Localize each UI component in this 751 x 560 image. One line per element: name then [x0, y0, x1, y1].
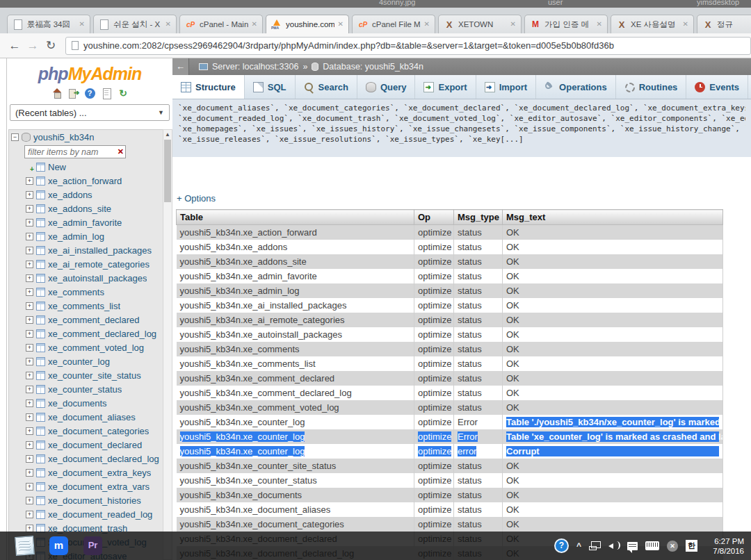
tree-item[interactable]: + xe_counter_status ✕ — [9, 382, 163, 396]
column-header-op[interactable]: Op — [414, 210, 454, 225]
table-row[interactable]: youshi5_kb34n.xe_autoinstall_packages op… — [177, 327, 723, 342]
tree-expander-icon[interactable] — [26, 413, 33, 421]
table-row[interactable]: youshi5_kb34n.xe_admin_favorite optimize… — [177, 269, 723, 283]
tree-item[interactable]: + xe_document_declared ✕ — [9, 438, 163, 452]
breadcrumb-database[interactable]: Database: youshi5_kb34n — [323, 62, 423, 72]
tree-item[interactable]: + xe_document_readed_log ✕ — [9, 507, 163, 521]
tab-close-icon[interactable]: ✕ — [252, 21, 257, 28]
volume-icon[interactable] — [608, 541, 620, 550]
pma-tab[interactable]: Operations — [536, 75, 616, 99]
table-row[interactable]: youshi5_kb34n.xe_ai_remote_categories op… — [177, 313, 723, 327]
tree-item[interactable]: + xe_comment_voted_log ✕ — [9, 340, 163, 354]
tree-expander-icon[interactable] — [26, 511, 33, 518]
tree-expander-icon[interactable] — [26, 497, 33, 504]
tree-item[interactable]: + xe_counter_log ✕ — [9, 354, 163, 368]
tree-item[interactable]: + New ✕ — [9, 160, 163, 174]
pma-tab[interactable]: Search — [296, 75, 357, 99]
tree-expander-icon[interactable] — [26, 205, 33, 213]
premiere-taskbar-icon[interactable] — [83, 536, 102, 555]
tree-item[interactable]: + xe_admin_favorite ✕ — [9, 215, 163, 229]
tree-expander-icon[interactable] — [26, 441, 33, 449]
tab-close-icon[interactable]: ✕ — [510, 21, 516, 28]
column-header-table[interactable]: Table — [177, 210, 414, 225]
tree-expander-icon[interactable] — [26, 177, 33, 185]
breadcrumb-server[interactable]: Server: localhost:3306 — [212, 62, 298, 72]
options-toggle-link[interactable]: + Options — [177, 193, 216, 204]
pma-tab[interactable]: SQL — [245, 75, 296, 99]
tree-expander-icon[interactable] — [26, 288, 33, 296]
table-row[interactable]: youshi5_kb34n.xe_admin_log optimize stat… — [177, 283, 723, 298]
maxthon-taskbar-icon[interactable] — [49, 536, 68, 555]
notepad-taskbar-icon[interactable] — [15, 536, 35, 556]
table-row[interactable]: youshi5_kb34n.xe_comments_list optimize … — [177, 356, 723, 371]
table-row[interactable]: youshi5_kb34n.xe_counter_site_status opt… — [177, 459, 723, 473]
browser-tab[interactable]: XETOWN ✕ — [438, 15, 522, 33]
browser-tab[interactable]: 쉬운 설치 - X ✕ — [93, 15, 177, 33]
table-row[interactable]: youshi5_kb34n.xe_addons_site optimize st… — [177, 254, 723, 269]
tree-item[interactable]: + xe_document_histories ✕ — [9, 493, 163, 507]
column-header-msg-type[interactable]: Msg_type — [454, 210, 503, 225]
korean-ime-badge[interactable]: 한 — [686, 540, 697, 552]
tab-close-icon[interactable]: ✕ — [79, 21, 85, 28]
table-row[interactable]: youshi5_kb34n.xe_counter_log optimize er… — [177, 444, 723, 459]
table-row[interactable]: youshi5_kb34n.xe_counter_log optimize Er… — [177, 415, 723, 429]
browser-tab[interactable]: XE 사용설명 ✕ — [611, 15, 694, 33]
browser-tab[interactable]: 가입 인증 메 ✕ — [524, 15, 608, 33]
tree-expander-icon[interactable] — [26, 261, 33, 268]
safely-remove-icon[interactable]: ✕ — [667, 541, 678, 552]
tree-expander-icon[interactable] — [26, 191, 33, 199]
table-row[interactable]: youshi5_kb34n.xe_document_aliases optimi… — [177, 502, 723, 517]
tree-expander-icon[interactable] — [26, 427, 33, 435]
tree-item[interactable]: + xe_autoinstall_packages ✕ — [9, 271, 163, 285]
table-row[interactable]: youshi5_kb34n.xe_comment_voted_log optim… — [177, 400, 723, 415]
address-bar[interactable]: youshine.com:2082/cpsess2969462904/3rdpa… — [65, 37, 751, 55]
scroll-up-icon[interactable]: ▲ — [163, 130, 172, 138]
reload-button[interactable]: ↻ — [42, 38, 60, 53]
tab-close-icon[interactable]: ✕ — [165, 21, 171, 28]
table-row[interactable]: youshi5_kb34n.xe_documents optimize stat… — [177, 488, 723, 502]
tree-expander-icon[interactable] — [26, 483, 33, 491]
tree-expander-icon[interactable] — [26, 344, 33, 352]
tree-item[interactable]: + xe_document_extra_keys ✕ — [9, 466, 163, 479]
pma-tab[interactable]: Structure — [172, 75, 245, 99]
clear-filter-icon[interactable]: ✕ — [118, 147, 124, 156]
network-icon[interactable] — [589, 541, 601, 550]
tree-item[interactable]: + xe_addons_site ✕ — [9, 201, 163, 215]
tree-item[interactable]: + xe_document_aliases ✕ — [9, 410, 163, 424]
documentation-icon[interactable] — [102, 88, 112, 99]
tree-item[interactable]: + xe_ai_remote_categories ✕ — [9, 257, 163, 271]
tree-item[interactable]: + xe_comments ✕ — [9, 285, 163, 299]
browser-tab[interactable]: youshine.com ✕ — [266, 15, 349, 33]
tree-item[interactable]: + xe_addons ✕ — [9, 188, 163, 201]
reload-navigation-icon[interactable]: ↻ — [118, 88, 129, 99]
tree-item[interactable]: + xe_comment_declared_log ✕ — [9, 327, 163, 340]
pma-tab[interactable]: Query — [357, 75, 416, 99]
table-row[interactable]: youshi5_kb34n.xe_document_categories opt… — [177, 517, 723, 532]
tree-expander-icon[interactable] — [26, 469, 33, 477]
tree-expander-icon[interactable] — [26, 455, 33, 463]
tree-item[interactable]: + xe_action_forward ✕ — [9, 174, 163, 188]
tray-expand-chevron-icon[interactable]: ^ — [576, 541, 581, 551]
collapse-navigation-button[interactable]: ← — [172, 58, 189, 75]
pma-tab[interactable]: Events — [686, 75, 748, 99]
tree-expander-icon[interactable] — [26, 386, 33, 393]
browser-tab[interactable]: cPanel - Main ✕ — [179, 15, 263, 33]
tree-item[interactable]: + filter items by nam ✕ — [9, 144, 163, 160]
recent-tables-select[interactable]: (Recent tables) ... ▼ — [10, 104, 170, 121]
filter-tables-input[interactable] — [24, 145, 126, 158]
tree-item[interactable]: + xe_document_declared_log ✕ — [9, 452, 163, 466]
tree-item[interactable]: + xe_counter_site_status ✕ — [9, 368, 163, 382]
tree-expander-icon[interactable] — [11, 133, 19, 141]
home-icon[interactable] — [51, 88, 62, 99]
tree-expander-icon[interactable] — [26, 219, 33, 227]
back-button[interactable]: ← — [6, 39, 24, 53]
tree-expander-icon[interactable] — [26, 525, 33, 532]
help-icon[interactable]: ? — [85, 88, 95, 99]
tree-expander-icon[interactable] — [26, 274, 33, 282]
table-row[interactable]: youshi5_kb34n.xe_counter_log optimize Er… — [177, 429, 723, 444]
table-row[interactable]: youshi5_kb34n.xe_addons optimize status … — [177, 240, 723, 254]
forward-button[interactable]: → — [24, 39, 42, 53]
tree-item[interactable]: + xe_document_categories ✕ — [9, 424, 163, 438]
tree-expander-icon[interactable] — [26, 330, 33, 338]
tree-item[interactable]: + youshi5_kb34n ✕ — [9, 130, 163, 144]
